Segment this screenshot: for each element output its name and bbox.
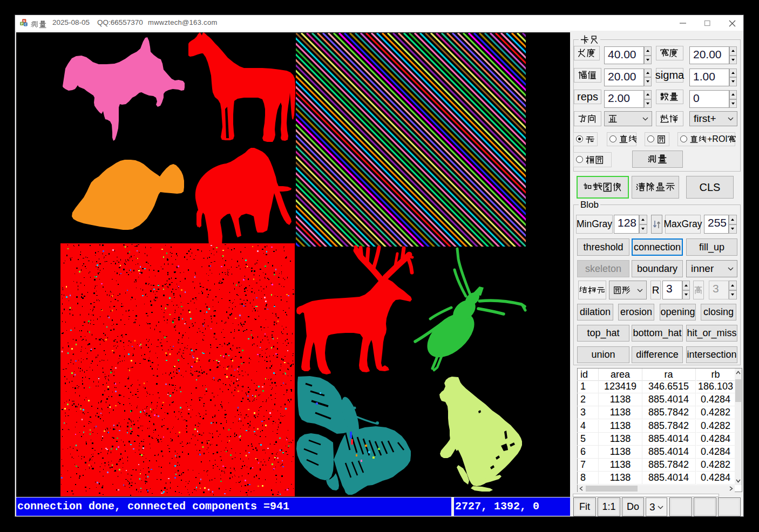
svg-text:C: C: [24, 23, 26, 26]
